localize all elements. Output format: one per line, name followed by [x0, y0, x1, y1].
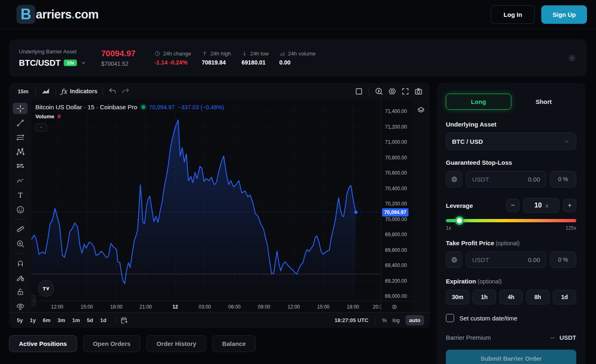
underlying-asset-label: Underlying Barrier Asset [19, 48, 101, 55]
tab-open-orders[interactable]: Open Orders [83, 335, 141, 352]
edit-lock-icon [16, 273, 25, 282]
leverage-value-box[interactable]: 10 x [523, 198, 559, 213]
chart-plot-area[interactable]: 12:0015:0018:0021:001203:0006:0009:0012:… [31, 99, 381, 312]
chart-style-button[interactable] [39, 85, 52, 97]
chart-panel: 15m ƒx Indicators [9, 83, 430, 328]
price-axis-label: 71,400.00 [385, 108, 407, 114]
tradingview-logo[interactable] [38, 280, 54, 297]
brand-logo[interactable]: Barriers.com [16, 5, 99, 24]
settings-gear-button[interactable] [568, 54, 576, 62]
fx-icon: ƒx [61, 88, 67, 95]
submit-barrier-order-button[interactable]: Submit Barrier Order [446, 350, 576, 364]
range-6m[interactable]: 6m [41, 316, 53, 324]
leverage-value: 10 [534, 202, 542, 209]
takeprofit-target-button[interactable] [446, 251, 462, 268]
gear-icon [568, 54, 576, 62]
tab-active-positions[interactable]: Active Positions [9, 335, 77, 352]
redo-button[interactable] [119, 85, 132, 97]
measure-tool[interactable] [13, 223, 28, 235]
brush-tool[interactable] [13, 175, 28, 187]
custom-datetime-checkbox[interactable] [446, 314, 454, 322]
expiration-1d-button[interactable]: 1d [553, 290, 576, 304]
interval-button[interactable]: 15m [14, 87, 32, 96]
text-tool[interactable] [13, 189, 28, 201]
price-axis-label: 70,200.00 [385, 201, 407, 207]
leverage-minus-button[interactable]: − [506, 199, 519, 212]
asset-select-value: BTC / USD [452, 138, 483, 145]
hexagon-settings-icon [391, 304, 398, 310]
crosshair-tool[interactable] [13, 103, 28, 114]
layers-icon[interactable] [416, 105, 426, 115]
expiration-1h-button[interactable]: 1h [473, 290, 496, 304]
leverage-plus-button[interactable]: + [563, 199, 576, 212]
range-1y[interactable]: 1y [28, 316, 37, 324]
price-axis-label: 69,800.00 [385, 232, 407, 237]
toolbar-collapse-handle[interactable] [31, 295, 36, 307]
fullscreen-button[interactable] [399, 85, 412, 97]
indicators-button[interactable]: ƒx Indicators [59, 88, 99, 95]
layout-button[interactable] [352, 85, 365, 97]
fib-lines-icon [16, 133, 25, 142]
leverage-slider-thumb[interactable] [455, 217, 464, 225]
chart-legend: Bitcoin US Dollar · 15 · Coinbase Pro 70… [35, 104, 224, 131]
hide-all-tool[interactable] [13, 301, 28, 312]
pair-symbol: BTC/USDT [19, 58, 60, 68]
fib-tool[interactable] [13, 131, 28, 143]
signup-button[interactable]: Sign Up [541, 5, 587, 24]
volume-block: 24h volume 0.00 [279, 51, 315, 66]
auto-scale-button[interactable]: auto [406, 315, 424, 325]
redo-icon [121, 87, 130, 96]
range-5d[interactable]: 5d [85, 316, 95, 324]
magic-zoom-button[interactable] [372, 85, 385, 97]
target-icon [450, 256, 458, 264]
expiration-4h-button[interactable]: 4h [499, 290, 523, 304]
clock-utc[interactable]: 18:27:05 UTC [334, 317, 368, 323]
trendline-tool[interactable] [13, 117, 28, 129]
symbol-title[interactable]: Bitcoin US Dollar · 15 · Coinbase Pro [35, 104, 137, 111]
percent-scale-button[interactable]: % [382, 317, 387, 323]
undo-button[interactable] [106, 85, 119, 97]
takeprofit-input[interactable]: USDT 0.00 [466, 251, 546, 268]
long-tab[interactable]: Long [446, 94, 511, 110]
leverage-badge: 10x [64, 60, 77, 66]
time-axis-label: 12 [172, 304, 178, 310]
expiration-30m-button[interactable]: 30m [446, 290, 469, 304]
asset-select[interactable]: BTC / USD [446, 133, 576, 150]
stoploss-target-button[interactable] [446, 171, 462, 187]
tab-order-history[interactable]: Order History [146, 335, 206, 352]
zoom-tool[interactable] [13, 238, 28, 249]
pair-selector[interactable]: BTC/USDT 10x [19, 58, 101, 68]
takeprofit-percent-button[interactable]: 0 % [550, 251, 576, 268]
pattern-tool[interactable] [13, 146, 28, 158]
range-5y[interactable]: 5y [15, 316, 25, 324]
layout-square-icon [354, 87, 364, 96]
axis-settings[interactable] [381, 301, 412, 312]
custom-datetime-row[interactable]: Set custom date/time [446, 314, 576, 322]
chart-bottom-bar: 5y 1y 6m 3m 1m 5d 1d 18:27:05 UTC % log … [9, 312, 430, 328]
legend-collapse-button[interactable] [35, 123, 47, 131]
short-tab[interactable]: Short [511, 98, 577, 105]
volume-label[interactable]: Volume [35, 113, 54, 120]
stoploss-input[interactable]: USDT 0.00 [466, 171, 546, 187]
leverage-slider[interactable] [446, 219, 576, 222]
expiration-8h-button[interactable]: 8h [526, 290, 550, 304]
log-scale-button[interactable]: log [392, 317, 399, 323]
range-1d[interactable]: 1d [98, 316, 109, 324]
drawing-lock-tool[interactable] [13, 272, 28, 283]
snapshot-button[interactable] [412, 85, 425, 97]
price-axis[interactable]: 71,400.0071,200.0071,000.0070,800.0070,6… [381, 99, 412, 312]
lock-all-tool[interactable] [13, 286, 28, 298]
emoji-tool[interactable] [13, 204, 28, 216]
range-1m[interactable]: 1m [70, 316, 82, 324]
time-axis[interactable]: 12:0015:0018:0021:001203:0006:0009:0012:… [31, 301, 381, 312]
last-price: 70094.97 [101, 49, 135, 58]
login-button[interactable]: Log In [491, 5, 535, 24]
magnet-tool[interactable] [13, 257, 28, 269]
xabcd-icon [16, 147, 25, 157]
range-3m[interactable]: 3m [56, 316, 67, 324]
projection-tool[interactable] [13, 161, 28, 172]
chart-settings-button[interactable] [385, 85, 399, 97]
stoploss-percent-button[interactable]: 0 % [550, 171, 576, 187]
tab-balance[interactable]: Balance [212, 335, 256, 352]
goto-date-button[interactable] [120, 316, 128, 325]
